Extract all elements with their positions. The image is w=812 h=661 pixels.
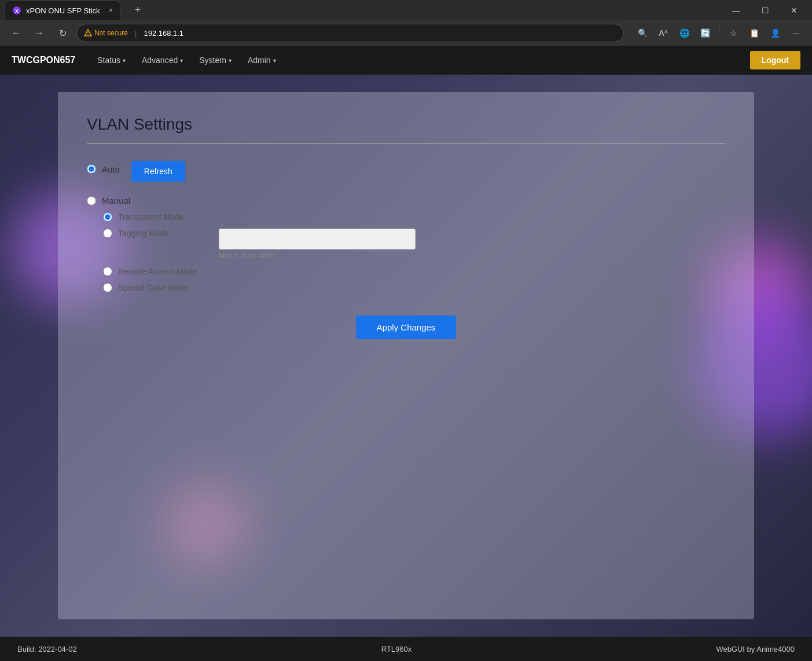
tab-title: xPON ONU SFP Stick bbox=[26, 6, 100, 15]
main-content: VLAN Settings Auto Refresh Manual bbox=[0, 75, 812, 637]
apply-section: Apply Changes bbox=[87, 315, 725, 339]
search-icon-btn[interactable]: 🔍 bbox=[633, 24, 652, 42]
tagging-mode-row: Tagging Mode Min: 0, Max: 4095 bbox=[103, 229, 725, 260]
close-button[interactable]: ✕ bbox=[781, 0, 807, 20]
url-text: 192.168.1.1 bbox=[144, 29, 183, 38]
nav-advanced[interactable]: Advanced ▾ bbox=[134, 46, 191, 75]
svg-text:X: X bbox=[15, 8, 19, 14]
nav-status[interactable]: Status ▾ bbox=[89, 46, 134, 75]
tagging-mode-radio[interactable] bbox=[103, 229, 112, 238]
transparent-mode-radio[interactable] bbox=[103, 212, 112, 222]
footer-build: Build: 2022-04-02 bbox=[17, 645, 77, 653]
profile-btn[interactable]: 👤 bbox=[766, 24, 784, 42]
manual-label[interactable]: Manual bbox=[102, 196, 130, 205]
remote-access-label[interactable]: Remote Access Mode bbox=[118, 267, 197, 276]
manual-section: Manual Transparent Mode Tagging Mode bbox=[87, 196, 725, 292]
footer-chip: RTL960x bbox=[381, 645, 412, 653]
status-dropdown-arrow: ▾ bbox=[123, 57, 126, 64]
auto-radio[interactable] bbox=[87, 164, 96, 174]
manual-sub-options: Transparent Mode Tagging Mode Min: 0, Ma… bbox=[103, 212, 725, 292]
svg-text:!: ! bbox=[87, 32, 89, 36]
reload-button[interactable]: ↻ bbox=[53, 24, 72, 42]
apply-changes-button[interactable]: Apply Changes bbox=[356, 315, 457, 339]
vlan-hint: Min: 0, Max: 4095 bbox=[219, 252, 416, 260]
transparent-mode-row: Transparent Mode bbox=[103, 212, 725, 222]
warning-icon: ! bbox=[84, 29, 92, 37]
auto-label[interactable]: Auto bbox=[102, 164, 120, 174]
browser-toolbar: 🔍 Aᴬ 🌐 🔄 ☆ 📋 👤 ··· bbox=[633, 24, 805, 42]
more-options-btn[interactable]: ··· bbox=[787, 24, 805, 42]
security-indicator: ! Not secure bbox=[84, 29, 128, 37]
nav-bar: ← → ↻ ! Not secure | 192.168.1.1 🔍 Aᴬ 🌐 … bbox=[0, 20, 812, 46]
special-case-label[interactable]: Special Case Mode bbox=[118, 283, 188, 292]
forward-button[interactable]: → bbox=[30, 24, 49, 42]
vlan-id-input[interactable] bbox=[219, 229, 416, 249]
browser-tab[interactable]: X xPON ONU SFP Stick × bbox=[5, 1, 120, 20]
reader-view-btn[interactable]: Aᴬ bbox=[654, 24, 673, 42]
auto-radio-row: Auto bbox=[87, 164, 120, 174]
admin-dropdown-arrow: ▾ bbox=[273, 57, 276, 64]
collections-btn[interactable]: 📋 bbox=[745, 24, 763, 42]
minimize-button[interactable]: — bbox=[723, 0, 749, 20]
app-nav: TWCGPON657 Status ▾ Advanced ▾ System ▾ … bbox=[0, 46, 812, 75]
nav-admin[interactable]: Admin ▾ bbox=[240, 46, 284, 75]
special-case-radio[interactable] bbox=[103, 283, 112, 292]
tab-close-button[interactable]: × bbox=[109, 6, 113, 14]
tagging-input-wrap: Min: 0, Max: 4095 bbox=[219, 229, 416, 260]
window-controls: — ☐ ✕ bbox=[723, 0, 807, 20]
nav-system[interactable]: System ▾ bbox=[191, 46, 240, 75]
tab-favicon-icon: X bbox=[12, 6, 21, 15]
remote-access-row: Remote Access Mode bbox=[103, 267, 725, 276]
maximize-button[interactable]: ☐ bbox=[752, 0, 778, 20]
browser-frame: X xPON ONU SFP Stick × + — ☐ ✕ ← → ↻ ! N… bbox=[0, 0, 812, 661]
app-title: TWCGPON657 bbox=[12, 55, 75, 65]
remote-access-radio[interactable] bbox=[103, 267, 112, 276]
refresh-security-btn[interactable]: 🔄 bbox=[696, 24, 714, 42]
footer-credits: WebGUI by Anime4000 bbox=[716, 645, 795, 653]
content-panel: VLAN Settings Auto Refresh Manual bbox=[58, 92, 754, 619]
system-dropdown-arrow: ▾ bbox=[229, 57, 232, 64]
manual-radio[interactable] bbox=[87, 196, 96, 205]
back-button[interactable]: ← bbox=[7, 24, 25, 42]
browser-extension-btn[interactable]: 🌐 bbox=[675, 24, 693, 42]
auto-row: Auto Refresh bbox=[87, 161, 725, 182]
footer: Build: 2022-04-02 RTL960x WebGUI by Anim… bbox=[0, 637, 812, 661]
tagging-mode-label[interactable]: Tagging Mode bbox=[118, 229, 169, 238]
page-title: VLAN Settings bbox=[87, 115, 725, 134]
advanced-dropdown-arrow: ▾ bbox=[180, 57, 183, 64]
favorites-btn[interactable]: ☆ bbox=[724, 24, 743, 42]
manual-radio-row: Manual bbox=[87, 196, 725, 205]
special-case-row: Special Case Mode bbox=[103, 283, 725, 292]
refresh-button[interactable]: Refresh bbox=[131, 161, 185, 182]
logout-button[interactable]: Logout bbox=[750, 51, 800, 69]
title-bar: X xPON ONU SFP Stick × + — ☐ ✕ bbox=[0, 0, 812, 20]
new-tab-button[interactable]: + bbox=[130, 2, 146, 19]
divider bbox=[87, 143, 725, 144]
address-bar[interactable]: ! Not secure | 192.168.1.1 bbox=[76, 24, 624, 42]
transparent-mode-label[interactable]: Transparent Mode bbox=[118, 212, 184, 222]
